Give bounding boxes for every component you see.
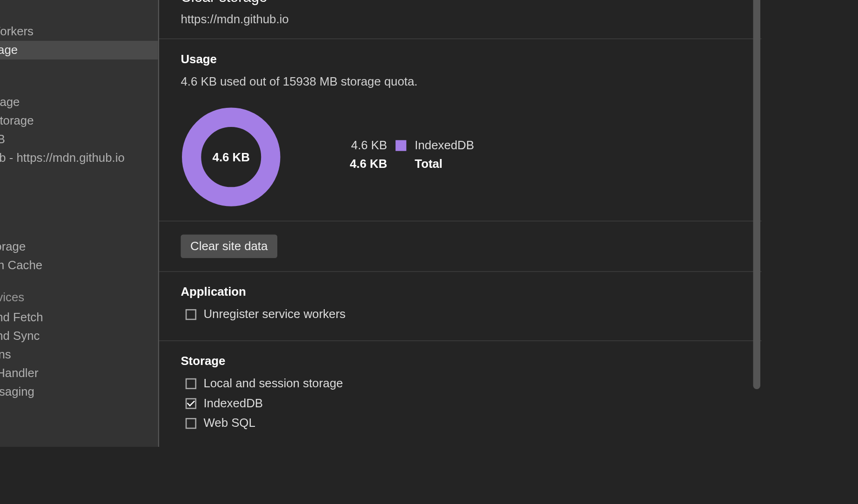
sidebar-item-service-workers[interactable]: Service Workers [0,22,158,41]
storage-section-title: Storage [181,354,740,368]
sidebar-item-label: Application Cache [0,259,42,272]
checkbox-websql[interactable]: Web SQL [181,416,740,430]
sidebar-item-label: Background Sync [0,329,40,343]
sidebar-section-application: Application [0,0,158,4]
checkbox-icon [186,309,196,319]
sidebar-section-background: Background Services [0,285,158,308]
origin-label: https://mdn.github.io [181,13,740,27]
sidebar-item-clear-storage[interactable]: Clear storage [0,41,158,60]
sidebar-item-indexeddb-db[interactable]: ▶ notes_db - https://mdn.github.io [0,148,158,167]
sidebar-item-cookies[interactable]: ▶ Cookies [0,186,158,205]
sidebar-section-frames: Frames [0,411,158,434]
checkbox-label: Unregister service workers [204,307,346,321]
sidebar-item-label: Service Workers [0,25,34,39]
sidebar-item-local-storage[interactable]: ▶ Local Storage [0,93,158,111]
sidebar-item-manifest[interactable]: Manifest [0,4,158,22]
sidebar-item-bg-sync[interactable]: Background Sync [0,326,158,345]
sidebar-item-label: Payment Handler [0,366,39,380]
checkbox-unregister-sw[interactable]: Unregister service workers [181,307,740,321]
sidebar-item-push[interactable]: Push Messaging [0,383,158,401]
sidebar-item-label: IndexedDB [0,132,5,146]
sidebar-item-label: Local Storage [0,95,20,109]
checkbox-label: Local and session storage [204,377,343,391]
usage-text: 4.6 KB used out of 15938 MB storage quot… [181,74,740,88]
legend-total-size: 4.6 KB [342,157,387,171]
scrollbar-thumb[interactable] [753,0,760,389]
application-sidebar: Application Manifest Service Workers Cle… [0,0,159,447]
sidebar-item-payment[interactable]: Payment Handler [0,364,158,382]
legend-swatch-icon [395,140,406,151]
application-section-title: Application [181,285,740,299]
sidebar-item-label: Clear storage [0,43,18,57]
sidebar-item-websql[interactable]: Web SQL [0,167,158,186]
checkbox-local-session[interactable]: Local and session storage [181,377,740,391]
sidebar-item-label: Session Storage [0,113,34,127]
content-panel: Clear storage https://mdn.github.io Usag… [159,0,762,447]
usage-legend: 4.6 KB IndexedDB 4.6 KB Total [342,138,474,175]
sidebar-item-session-storage[interactable]: ▶ Session Storage [0,111,158,130]
sidebar-item-cache-storage[interactable]: Cache Storage [0,238,158,256]
checkbox-icon [186,418,196,428]
usage-title: Usage [181,52,740,66]
sidebar-section-storage: Storage [0,69,158,93]
checkbox-label: Web SQL [204,416,255,430]
checkbox-label: IndexedDB [204,396,263,410]
sidebar-item-indexeddb[interactable]: ▼ IndexedDB [0,130,158,148]
sidebar-item-application-cache[interactable]: Application Cache [0,256,158,275]
checkbox-icon [186,378,196,389]
legend-label: IndexedDB [415,138,475,152]
legend-size: 4.6 KB [342,138,387,152]
page-title: Clear storage [181,0,740,6]
sidebar-section-cache: Cache [0,214,158,237]
sidebar-item-label: notes_db - https://mdn.github.io [0,151,125,165]
scrollbar[interactable] [753,0,760,445]
sidebar-item-label: Notifications [0,348,11,362]
clear-site-data-button[interactable]: Clear site data [181,234,278,258]
donut-center-label: 4.6 KB [181,106,282,207]
sidebar-item-label: Cache Storage [0,240,26,254]
usage-donut-chart: 4.6 KB [181,106,282,207]
checkbox-indexeddb[interactable]: IndexedDB [181,396,740,410]
sidebar-item-bg-fetch[interactable]: Background Fetch [0,308,158,326]
legend-total-label: Total [415,157,443,171]
sidebar-item-notifications[interactable]: Notifications [0,345,158,364]
checkbox-checked-icon [186,398,196,409]
sidebar-item-label: Push Messaging [0,385,34,399]
sidebar-item-label: Background Fetch [0,310,43,324]
